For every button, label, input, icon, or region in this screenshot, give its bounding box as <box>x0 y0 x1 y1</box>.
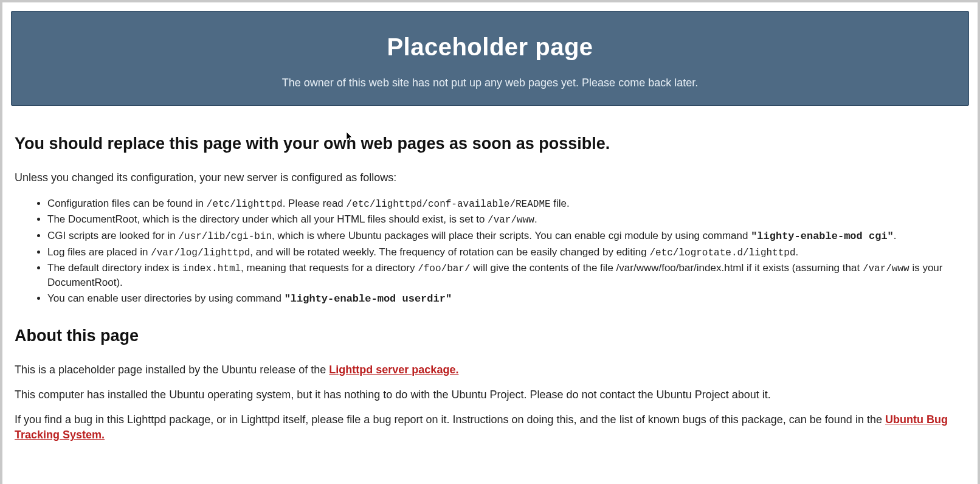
list-item: The default directory index is index.htm… <box>47 261 965 290</box>
text: file. <box>551 198 570 209</box>
about-p1: This is a placeholder page installed by … <box>15 362 965 378</box>
about-p2: This computer has installed the Ubuntu o… <box>15 387 965 403</box>
command: "lighty-enable-mod userdir" <box>285 293 452 305</box>
text: , which is where Ubuntu packages will pl… <box>272 230 751 241</box>
replace-headline: You should replace this page with your o… <box>15 133 965 156</box>
path: /var/www <box>863 263 909 274</box>
about-heading: About this page <box>15 325 965 348</box>
path: /etc/lighttpd/conf-available/README <box>347 199 551 210</box>
text: , and will be rotated weekly. The freque… <box>250 246 649 258</box>
text: If you find a bug in this Lighttpd packa… <box>15 413 885 426</box>
list-item: Configuration files can be found in /etc… <box>47 196 965 211</box>
text: You can enable user directories by using… <box>47 292 285 304</box>
text: CGI scripts are looked for in <box>47 230 178 241</box>
command: "lighty-enable-mod cgi" <box>751 230 894 242</box>
text: , meaning that requests for a directory <box>241 262 418 274</box>
text: Configuration files can be found in <box>47 198 207 209</box>
text: . <box>534 213 537 225</box>
list-item: CGI scripts are looked for in /usr/lib/c… <box>47 229 965 244</box>
page-content: You should replace this page with your o… <box>11 106 969 443</box>
path: /var/log/lighttpd <box>151 247 250 258</box>
list-item: The DocumentRoot, which is the directory… <box>47 212 965 227</box>
path: /usr/lib/cgi-bin <box>178 231 272 242</box>
path: /var/www <box>488 215 534 226</box>
text: The DocumentRoot, which is the directory… <box>47 213 488 225</box>
path: /etc/logrotate.d/lighttpd <box>649 247 795 258</box>
page-banner: Placeholder page The owner of this web s… <box>11 11 969 106</box>
path: /foo/bar/ <box>418 263 470 274</box>
list-item: Log files are placed in /var/log/lighttp… <box>47 245 965 260</box>
lighttpd-package-link[interactable]: Lighttpd server package. <box>329 364 458 376</box>
text: The default directory index is <box>47 262 182 274</box>
config-list: Configuration files can be found in /etc… <box>47 196 965 306</box>
path: /etc/lighttpd <box>207 199 283 210</box>
text: . Please read <box>283 198 347 209</box>
text: . <box>894 230 897 241</box>
intro-text: Unless you changed its configuration, yo… <box>15 170 965 185</box>
text: This is a placeholder page installed by … <box>15 364 329 376</box>
text: Log files are placed in <box>47 246 151 258</box>
text: will give the contents of the file /var/… <box>471 262 863 274</box>
about-p3: If you find a bug in this Lighttpd packa… <box>15 412 965 443</box>
banner-title: Placeholder page <box>24 33 956 61</box>
list-item: You can enable user directories by using… <box>47 291 965 306</box>
banner-subtitle: The owner of this web site has not put u… <box>24 77 956 89</box>
path: index.html <box>182 263 241 274</box>
text: . <box>796 246 799 258</box>
